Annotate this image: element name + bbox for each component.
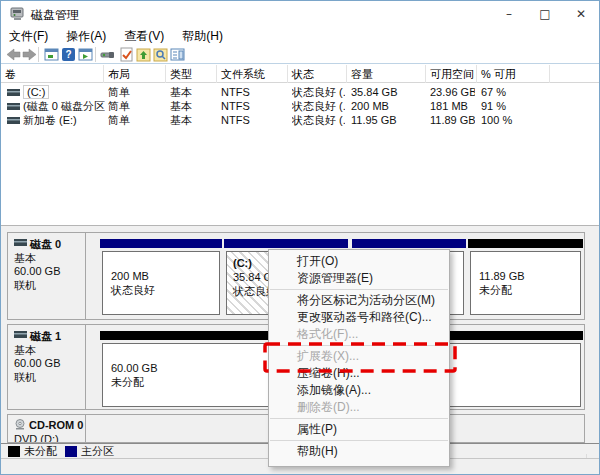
menu-item-delete-volume: 删除卷(D)... [269,399,449,416]
volume-name: (C:) [23,85,49,99]
col-type[interactable]: 类型 [166,65,217,83]
menu-item-explorer[interactable]: 资源管理器(E) [269,270,449,287]
forward-icon[interactable] [22,47,37,62]
minimize-button[interactable]: – [491,1,527,27]
col-free[interactable]: 可用空间 [426,65,477,83]
cell-status: 状态良好 (... [292,85,345,99]
partition-system-reserved[interactable]: 200 MB 状态良好 [100,239,222,317]
toolbar: ? [1,45,599,64]
legend-swatch-primary [65,446,77,457]
cell-fs: NTFS [221,99,286,113]
cdrom-info[interactable]: CD-ROM 0 DVD (D:) [8,415,86,442]
cell-capacity: 11.95 GB [351,113,424,127]
svg-text:?: ? [65,49,71,60]
menu-separator [270,418,448,419]
col-fs[interactable]: 文件系统 [217,65,288,83]
partition-unallocated-disk0[interactable]: 11.89 GB 未分配 [468,239,583,317]
col-blank [550,65,600,83]
partition-color-bar [352,239,466,248]
menu-item-extend-volume: 扩展卷(X)... [269,348,449,365]
partition-color-bar [468,239,583,248]
disk1-size: 60.00 GB [14,357,81,371]
cell-capacity: 200 MB [351,99,424,113]
table-row[interactable]: 新加卷 (E:) 简单 基本 NTFS 状态良好 (... 11.95 GB 1… [1,113,599,127]
cell-free: 23.96 GB [430,85,475,99]
disk0-status: 联机 [14,279,81,293]
menu-view[interactable]: 查看(V) [124,27,173,45]
cell-pct: 100 % [481,113,541,127]
menu-item-shrink-volume[interactable]: 压缩卷(H)... [269,365,449,382]
cell-status: 状态良好 (... [292,99,345,113]
cell-layout: 简单 [108,85,164,99]
cell-type: 基本 [170,113,215,127]
volume-name: 新加卷 (E:) [23,113,105,127]
table-row[interactable]: (C:) 简单 基本 NTFS 状态良好 (... 35.84 GB 23.96… [1,85,599,99]
toolbar-separator [38,47,39,62]
window-title: 磁盘管理 [31,7,79,24]
folder-up-icon[interactable] [136,47,151,62]
cell-free: 11.89 GB [430,113,475,127]
cell-fs: NTFS [221,85,286,99]
cell-layout: 简单 [108,113,164,127]
menu-file[interactable]: 文件(F) [9,27,57,45]
cell-pct: 67 % [481,85,541,99]
disk1-name: 磁盘 1 [14,330,81,344]
col-pctfree[interactable]: % 可用 [477,65,550,83]
partition-color-bar [224,239,348,248]
console-window-icon[interactable] [44,47,59,62]
menu-item-format: 格式化(F)... [269,326,449,343]
legend-primary-partition: 主分区 [65,444,114,459]
menu-item-mark-active[interactable]: 将分区标记为活动分区(M) [269,292,449,309]
volume-icon [7,116,20,125]
menu-item-change-letter[interactable]: 更改驱动器号和路径(C)... [269,309,449,326]
menu-item-open[interactable]: 打开(O) [269,253,449,270]
cell-capacity: 35.84 GB [351,85,424,99]
table-row[interactable]: (磁盘 0 磁盘分区 1) 简单 基本 NTFS 状态良好 (... 200 M… [1,99,599,113]
cell-fs: NTFS [221,113,286,127]
properties-sheet-icon[interactable] [170,47,185,62]
task-check-icon[interactable] [119,47,134,62]
menu-bar: 文件(F) 操作(A) 查看(V) 帮助(H) [1,27,599,45]
menu-separator [270,345,448,346]
volume-list-pane: 卷 布局 类型 文件系统 状态 容量 可用空间 % 可用 (C:) 简单 基本 … [1,65,599,225]
cdrom-name: CD-ROM 0 [14,419,81,433]
menu-item-add-mirror[interactable]: 添加镜像(A)... [269,382,449,399]
help-icon[interactable]: ? [61,47,76,62]
menu-separator [270,289,448,290]
volume-icon [7,88,20,97]
menu-item-help[interactable]: 帮助(H) [269,443,449,460]
disk-icon [14,239,27,247]
context-menu: 打开(O) 资源管理器(E) 将分区标记为活动分区(M) 更改驱动器号和路径(C… [268,249,450,467]
menu-help[interactable]: 帮助(H) [182,27,232,45]
cell-status: 状态良好 (... [292,113,345,127]
disk-icon [14,331,27,339]
maximize-button[interactable]: □ [527,1,563,27]
folder-search-icon[interactable] [153,47,168,62]
cell-type: 基本 [170,85,215,99]
disk0-type: 基本 [14,252,81,266]
volume-icon [7,102,20,111]
col-capacity[interactable]: 容量 [347,65,426,83]
toolbar-separator [95,47,96,62]
disk0-name: 磁盘 0 [14,238,81,252]
cell-layout: 简单 [108,99,164,113]
disk1-type: 基本 [14,344,81,358]
col-status[interactable]: 状态 [288,65,347,83]
disk0-info[interactable]: 磁盘 0 基本 60.00 GB 联机 [8,233,86,319]
cdrom-media: DVD (D:) [14,433,81,444]
cell-type: 基本 [170,99,215,113]
menu-item-properties[interactable]: 属性(P) [269,421,449,438]
console-play-icon[interactable] [78,47,93,62]
col-layout[interactable]: 布局 [104,65,166,83]
snapshot-tool-icon[interactable] [100,47,115,62]
volume-table-header: 卷 布局 类型 文件系统 状态 容量 可用空间 % 可用 [1,65,599,83]
disk1-status: 联机 [14,371,81,385]
disk-management-window: 磁盘管理 – □ ✕ 文件(F) 操作(A) 查看(V) 帮助(H) ? 卷 布… [0,0,600,475]
legend-unallocated: 未分配 [8,444,57,459]
menu-action[interactable]: 操作(A) [66,27,115,45]
partition-color-bar [100,239,222,248]
close-button[interactable]: ✕ [563,1,599,27]
disk1-info[interactable]: 磁盘 1 基本 60.00 GB 联机 [8,325,86,409]
back-icon[interactable] [6,47,21,62]
col-volume[interactable]: 卷 [1,65,104,83]
